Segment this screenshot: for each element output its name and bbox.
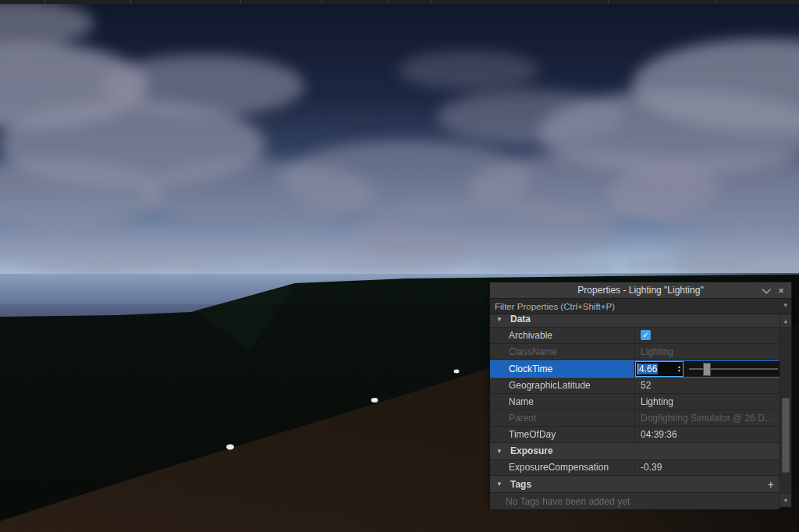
property-value[interactable]: Lighting: [634, 394, 779, 410]
window-top-strip: [0, 0, 799, 4]
property-row-timeofday[interactable]: TimeOfDay 04:39:36: [490, 427, 779, 443]
property-value: Lighting: [634, 344, 779, 360]
top-strip-divider: [321, 0, 322, 4]
clocktime-spinner[interactable]: ▴ ▾: [678, 362, 680, 376]
panel-titlebar[interactable]: Properties - Lighting "Lighting" ×: [490, 282, 791, 299]
properties-panel: Properties - Lighting "Lighting" × Filte…: [489, 282, 792, 508]
property-name: ExposureCompensation: [490, 460, 634, 476]
property-row-geographiclatitude[interactable]: GeographicLatitude 52: [490, 378, 779, 394]
top-strip-divider: [716, 0, 716, 4]
property-name: TimeOfDay: [490, 427, 634, 442]
properties-list: ▼ Data Archivable ✓ ClassName: [490, 314, 791, 506]
filter-properties-field[interactable]: Filter Properties (Ctrl+Shift+P) ▾: [490, 299, 791, 314]
archivable-checkbox[interactable]: ✓: [641, 330, 651, 340]
panel-title: Properties - Lighting "Lighting": [577, 285, 703, 296]
runway-light: [454, 370, 460, 374]
clocktime-slider-handle[interactable]: [703, 363, 711, 376]
property-row-clocktime[interactable]: ClockTime 4.66 ▴ ▾: [490, 360, 779, 378]
top-strip-divider: [608, 0, 609, 4]
runway-light: [371, 398, 378, 403]
clocktime-slider[interactable]: [689, 361, 778, 378]
property-row-name[interactable]: Name Lighting: [490, 394, 779, 410]
panel-close-button[interactable]: ×: [774, 282, 788, 299]
property-row-classname[interactable]: ClassName Lighting: [490, 344, 779, 360]
property-value[interactable]: 52: [634, 378, 779, 393]
top-strip-divider: [44, 0, 45, 4]
property-name: ClassName: [490, 344, 634, 360]
property-name: ClockTime: [490, 361, 634, 378]
section-label: Exposure: [510, 445, 779, 456]
runway-light: [226, 445, 234, 450]
property-value[interactable]: -0.39: [634, 460, 779, 476]
scroll-up-icon: ▲: [783, 318, 789, 324]
property-value: Dogfighting Simulator @ 26 Dec 20...: [641, 413, 775, 424]
chevron-down-icon: [762, 285, 771, 293]
scrollbar-thumb[interactable]: [782, 398, 790, 473]
dropdown-arrow-icon: ▾: [783, 301, 787, 309]
property-name: Parent: [490, 410, 634, 426]
property-name: GeographicLatitude: [490, 378, 634, 393]
no-tags-note: No Tags have been added yet: [490, 493, 779, 509]
property-value[interactable]: 04:39:36: [634, 427, 779, 442]
filter-placeholder: Filter Properties (Ctrl+Shift+P): [490, 302, 615, 311]
vertical-scrollbar[interactable]: ▲ ▼: [779, 314, 791, 506]
property-row-parent[interactable]: Parent Dogfighting Simulator @ 26 Dec 20…: [490, 410, 779, 427]
property-name: Name: [490, 394, 634, 410]
add-tag-button[interactable]: +: [768, 478, 779, 491]
section-label: Data: [510, 314, 779, 325]
scroll-up-button[interactable]: ▲: [780, 314, 791, 328]
studio-window: Properties - Lighting "Lighting" × Filte…: [0, 0, 799, 532]
check-icon: ✓: [642, 332, 648, 339]
section-label: Tags: [510, 479, 768, 490]
top-strip-divider: [130, 0, 131, 4]
slider-groove: [689, 368, 778, 370]
top-strip-divider: [388, 0, 389, 4]
expander-icon: ▼: [490, 448, 510, 455]
property-name: Archivable: [490, 328, 634, 343]
section-header-tags[interactable]: ▼ Tags +: [490, 476, 779, 493]
section-header-data[interactable]: ▼ Data: [490, 314, 779, 328]
clocktime-input[interactable]: 4.66 ▴ ▾: [635, 361, 684, 377]
expander-icon: ▼: [490, 481, 510, 488]
spinner-down-icon: ▾: [678, 369, 680, 373]
panel-collapse-button[interactable]: [760, 282, 774, 299]
scroll-down-icon: ▼: [783, 498, 789, 503]
section-header-exposure[interactable]: ▼ Exposure: [490, 443, 779, 460]
scroll-down-button[interactable]: ▼: [780, 493, 791, 506]
expander-icon: ▼: [490, 316, 510, 323]
top-strip-divider: [240, 0, 241, 4]
property-row-archivable[interactable]: Archivable ✓: [490, 328, 779, 344]
clocktime-value: 4.66: [638, 364, 658, 374]
close-icon: ×: [778, 285, 784, 296]
property-row-exposurecompensation[interactable]: ExposureCompensation -0.39: [490, 460, 779, 477]
top-strip-divider: [431, 0, 431, 4]
